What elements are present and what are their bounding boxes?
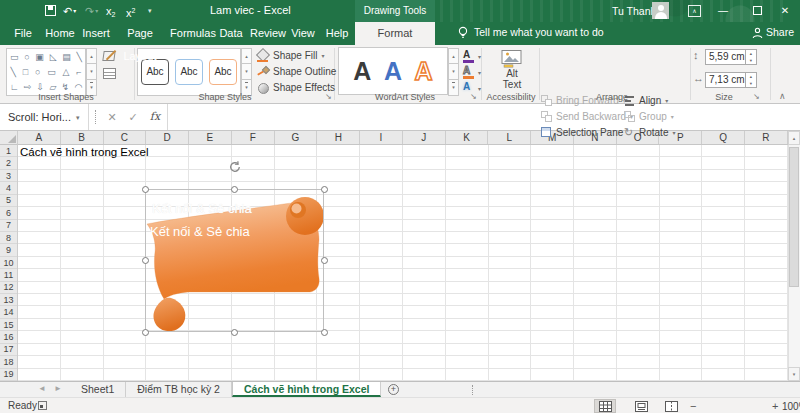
selection-pane-button[interactable]: Selection Pane [541, 125, 623, 140]
wordart-preset[interactable]: A [415, 59, 433, 84]
selection-handle[interactable] [321, 257, 328, 264]
user-name[interactable]: Tu Thanh [612, 5, 656, 17]
tab-insert[interactable]: Insert [82, 22, 110, 45]
close-button[interactable]: ✕ [774, 0, 796, 22]
name-box-dropdown-icon[interactable]: ▾ [76, 114, 80, 122]
tab-data[interactable]: Data [216, 22, 246, 45]
selection-handle[interactable] [231, 186, 238, 193]
column-header-g[interactable]: G [275, 131, 318, 144]
row-header-6[interactable]: 6 [0, 207, 17, 219]
cell-a1-text[interactable]: Cách vẽ hình trong Excel [20, 146, 149, 158]
dialog-launcher-icon[interactable]: ↘ [325, 92, 332, 101]
column-header-j[interactable]: J [403, 131, 446, 144]
wordart-preset[interactable]: A [384, 59, 402, 84]
page-layout-view-button[interactable] [630, 399, 652, 413]
spinner-up-icon[interactable]: ▴ [746, 50, 756, 57]
column-header-k[interactable]: K [446, 131, 489, 144]
selection-handle[interactable] [231, 329, 238, 336]
shape-gallery-item[interactable]: ⌐ [76, 67, 81, 77]
shape-width-value[interactable]: 7,13 cm [706, 73, 745, 87]
wordart-preset[interactable]: A [353, 59, 371, 84]
row-header-13[interactable]: 13 [0, 294, 17, 306]
macro-record-icon[interactable] [38, 401, 47, 410]
row-header-1[interactable]: 1 [0, 145, 17, 157]
tab-formulas[interactable]: Formulas [170, 22, 216, 45]
shape-gallery-item[interactable]: ╲ [10, 67, 15, 77]
selection-handle[interactable] [321, 186, 328, 193]
chevron-down-icon[interactable]: ▾ [73, 8, 76, 14]
send-backward-button[interactable]: Send Backward▾ [541, 109, 633, 124]
shape-height-field[interactable]: 5,59 cm ▴▾ [705, 49, 757, 65]
zoom-in-icon[interactable]: + [772, 400, 778, 412]
shape-gallery-item[interactable]: ▣ [35, 52, 44, 62]
page-break-view-button[interactable] [660, 399, 682, 413]
gallery-up-icon[interactable]: ▴ [86, 48, 97, 64]
column-header-i[interactable]: I [360, 131, 403, 144]
shape-gallery-item[interactable]: ◠ [74, 82, 82, 92]
shape-gallery-item[interactable]: ▭ [10, 52, 19, 62]
avatar[interactable] [652, 2, 669, 19]
shape-gallery-item[interactable]: ↯ [62, 82, 70, 92]
group-button[interactable]: Group▾ [624, 109, 674, 124]
shape-gallery-item[interactable]: ╲ [77, 52, 82, 62]
spinner-up-icon[interactable]: ▴ [746, 73, 756, 80]
row-header-18[interactable]: 18 [0, 356, 17, 368]
gallery-down-icon[interactable]: ▾ [448, 64, 459, 80]
tab-view[interactable]: View [288, 22, 318, 45]
column-header-q[interactable]: Q [702, 131, 745, 144]
row-header-19[interactable]: 19 [0, 369, 17, 381]
row-header-3[interactable]: 3 [0, 170, 17, 182]
shape-fill-button[interactable]: Shape Fill▾ [256, 48, 324, 63]
shape-gallery-item[interactable]: ▱ [49, 82, 56, 92]
text-fill-icon[interactable]: A▾ [463, 49, 487, 64]
minimize-button[interactable]: — [712, 0, 734, 22]
row-header-5[interactable]: 5 [0, 195, 17, 207]
selection-handle[interactable] [321, 329, 328, 336]
text-box-icon[interactable] [103, 68, 116, 79]
dialog-launcher-icon[interactable]: ↘ [753, 92, 760, 101]
row-header-8[interactable]: 8 [0, 232, 17, 244]
shape-gallery-item[interactable]: ⇨ [24, 82, 32, 92]
gallery-scroll-strip[interactable]: ▴ ▾ ▾ [86, 48, 97, 96]
gallery-scroll-strip[interactable]: ▴ ▾ ▾ [241, 48, 252, 96]
shape-outline-button[interactable]: Shape Outline▾ [256, 64, 343, 79]
vertical-scroll-down-icon[interactable]: ▾ [788, 367, 800, 381]
insert-function-icon[interactable]: fx [146, 104, 164, 130]
new-sheet-button[interactable]: + [388, 384, 399, 395]
gallery-scroll-strip[interactable]: ▴ ▾ ▾ [448, 48, 459, 96]
gallery-down-icon[interactable]: ▾ [241, 64, 252, 80]
column-header-h[interactable]: H [317, 131, 360, 144]
tab-format[interactable]: Format [355, 22, 435, 45]
rotate-button[interactable]: ↻Rotate▾ [624, 125, 675, 140]
column-header-a[interactable]: A [18, 131, 61, 144]
gallery-up-icon[interactable]: ▴ [448, 48, 459, 64]
tab-review[interactable]: Review [248, 22, 288, 45]
gallery-down-icon[interactable]: ▾ [86, 64, 97, 80]
sheet-nav-right-icon[interactable]: ► [54, 384, 62, 393]
shape-gallery-item[interactable]: ∟ [10, 82, 19, 92]
worksheet-grid[interactable] [18, 145, 788, 381]
tab-file[interactable]: File [8, 22, 38, 45]
redo-icon[interactable]: ↷▾ [85, 4, 98, 18]
alt-text-button[interactable]: Alt Text [492, 48, 532, 96]
spinner-down-icon[interactable]: ▾ [746, 80, 756, 87]
column-header-b[interactable]: B [61, 131, 104, 144]
zoom-level[interactable]: 100% [782, 401, 800, 412]
row-header-7[interactable]: 7 [0, 220, 17, 232]
row-header-11[interactable]: 11 [0, 269, 17, 281]
row-header-9[interactable]: 9 [0, 244, 17, 256]
vertical-scrollbar-thumb[interactable] [789, 147, 799, 287]
tab-home[interactable]: Home [42, 22, 78, 45]
sheet-nav-left-icon[interactable]: ◄ [38, 384, 46, 393]
spinner-down-icon[interactable]: ▾ [746, 57, 756, 64]
tab-scrollbar-divider[interactable] [472, 385, 473, 395]
column-header-d[interactable]: D [146, 131, 189, 144]
text-outline-icon[interactable]: A▾ [463, 65, 487, 80]
row-header-16[interactable]: 16 [0, 331, 17, 343]
column-header-r[interactable]: R [745, 131, 788, 144]
row-header-14[interactable]: 14 [0, 306, 17, 318]
column-header-f[interactable]: F [232, 131, 275, 144]
shape-gallery-item[interactable]: ○ [35, 67, 40, 77]
width-spinner[interactable]: ▴▾ [745, 73, 756, 87]
row-header-4[interactable]: 4 [0, 182, 17, 194]
